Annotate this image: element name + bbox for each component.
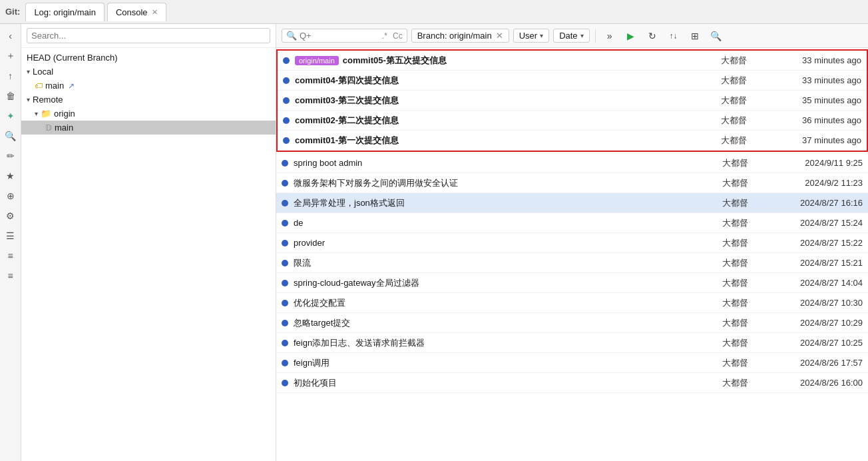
- commit-author: 大都督: [708, 317, 748, 329]
- commit-row-pv[interactable]: provider 大都督 2024/8/27 15:22: [276, 233, 868, 253]
- commit-date: 2024/8/27 10:29: [756, 318, 863, 328]
- commit-msg: feign添加日志、发送请求前拦截器: [294, 337, 708, 349]
- commit-msg: commit02-第二次提交信息: [295, 115, 707, 127]
- commit-dot: [282, 240, 288, 246]
- file-icon[interactable]: ☰: [1, 227, 20, 245]
- tree-item-main-local[interactable]: 🏷 main ↗: [21, 79, 276, 93]
- tree-item-head[interactable]: HEAD (Current Branch): [21, 51, 276, 65]
- collapse-icon[interactable]: ‹: [1, 27, 20, 45]
- commit-row-ms[interactable]: 微服务架构下对服务之间的调用做安全认证 大都督 2024/9/2 11:23: [276, 173, 868, 193]
- commit-row-ge[interactable]: 全局异常处理，json格式返回 大都督 2024/8/27 16:16: [276, 193, 868, 213]
- commit-row-c04[interactable]: commit04-第四次提交信息 大都督 33 minutes ago: [278, 71, 867, 91]
- commit-author: 大都督: [708, 357, 748, 369]
- commit-msg: 全局异常处理，json格式返回: [294, 197, 708, 209]
- commit-row-sba[interactable]: spring boot admin 大都督 2024/9/11 9:25: [276, 153, 868, 173]
- tree-item-local[interactable]: ▾ Local: [21, 65, 276, 79]
- commit-author: 大都督: [708, 217, 748, 229]
- commit-author: 大都督: [708, 377, 748, 389]
- tab-console-close[interactable]: ✕: [152, 8, 158, 17]
- run-btn[interactable]: ▶: [622, 27, 640, 45]
- commit-row-cs[interactable]: 初始化项目 大都督 2024/8/26 16:00: [276, 373, 868, 393]
- commit-row-de[interactable]: de 大都督 2024/8/27 15:24: [276, 213, 868, 233]
- commit-author: 大都督: [707, 135, 747, 147]
- search-btn[interactable]: 🔍: [708, 27, 725, 45]
- commit-dot: [283, 137, 290, 144]
- commit-dot: [283, 117, 290, 124]
- tab-log[interactable]: Log: origin/main: [25, 3, 105, 21]
- commit-row-ot[interactable]: 优化提交配置 大都督 2024/8/27 10:30: [276, 293, 868, 313]
- git-label: Git:: [5, 7, 20, 17]
- remote-branch-icon: 𝔻: [45, 123, 52, 133]
- star-icon[interactable]: ★: [1, 167, 20, 185]
- commit-date: 2024/8/26 17:57: [756, 358, 863, 368]
- commit-row-ht[interactable]: 忽略target提交 大都督 2024/8/27 10:29: [276, 313, 868, 333]
- search-icon[interactable]: 🔍: [1, 127, 20, 145]
- commit-search-input[interactable]: [300, 31, 379, 41]
- more-btn[interactable]: »: [601, 27, 618, 45]
- left-search-bar: [21, 24, 276, 48]
- left-search-input[interactable]: [27, 28, 270, 43]
- tab-console-label: Console: [116, 7, 148, 17]
- commit-row-c02[interactable]: commit02-第二次提交信息 大都督 36 minutes ago: [278, 111, 867, 131]
- add-icon[interactable]: ＋: [1, 47, 20, 65]
- local-label: Local: [33, 67, 53, 77]
- commit-dot: [282, 340, 288, 346]
- commit-row-fy[interactable]: feign调用 大都督 2024/8/26 17:57: [276, 353, 868, 373]
- commit-msg: feign调用: [294, 357, 708, 369]
- commit-row-c01[interactable]: commit01-第一次提交信息 大都督 37 minutes ago: [278, 131, 867, 151]
- delete-icon[interactable]: 🗑: [1, 87, 20, 105]
- remote-label: Remote: [33, 95, 63, 105]
- plus-circle-icon[interactable]: ⊕: [1, 187, 20, 205]
- commit-date: 37 minutes ago: [755, 135, 861, 145]
- commit-dot: [282, 380, 288, 386]
- branch-filter[interactable]: Branch: origin/main ✕: [411, 29, 509, 43]
- fetch-btn[interactable]: ↑↓: [665, 27, 682, 45]
- user-chevron-icon: ▾: [540, 32, 543, 39]
- tree-item-remote[interactable]: ▾ Remote: [21, 93, 276, 107]
- commit-date: 33 minutes ago: [755, 75, 861, 85]
- date-chevron-icon: ▾: [580, 32, 584, 39]
- tab-console[interactable]: Console ✕: [107, 3, 166, 21]
- edit-icon[interactable]: ✏: [1, 147, 20, 165]
- tree-item-main-remote[interactable]: 𝔻 main: [21, 121, 276, 135]
- commit-row-fj[interactable]: feign添加日志、发送请求前拦截器 大都督 2024/8/27 10:25: [276, 333, 868, 353]
- list2-icon[interactable]: ≡: [1, 266, 20, 285]
- commit-row-c05[interactable]: origin/main commit05-第五次提交信息 大都督 33 minu…: [278, 51, 867, 71]
- main-remote-label: main: [55, 123, 73, 133]
- commit-author: 大都督: [708, 337, 748, 349]
- regex-icon[interactable]: .*: [382, 31, 387, 41]
- merge-icon[interactable]: ✦: [1, 107, 20, 125]
- user-filter[interactable]: User ▾: [513, 29, 549, 43]
- red-outline-group: origin/main commit05-第五次提交信息 大都督 33 minu…: [276, 49, 868, 152]
- list1-icon[interactable]: ≡: [1, 246, 20, 265]
- branch-filter-clear[interactable]: ✕: [496, 31, 503, 41]
- layout-btn[interactable]: ⊞: [686, 27, 704, 45]
- date-filter[interactable]: Date ▾: [553, 29, 589, 43]
- push-icon[interactable]: ↑: [1, 67, 20, 85]
- search-q-icon: 🔍: [286, 31, 297, 41]
- separator1: [595, 29, 596, 43]
- refresh-btn[interactable]: ↻: [644, 27, 661, 45]
- commit-msg: commit03-第三次提交信息: [295, 95, 707, 107]
- arrows-icon: ↗: [68, 81, 75, 91]
- commit-date: 2024/8/26 16:00: [756, 378, 863, 388]
- toolbar-search[interactable]: 🔍 .* Cc: [282, 29, 407, 43]
- branch-tree: HEAD (Current Branch) ▾ Local 🏷 main ↗ ▾…: [21, 48, 276, 461]
- commit-dot: [282, 300, 288, 306]
- commit-dot: [282, 360, 288, 366]
- commit-date: 2024/8/27 10:25: [756, 338, 863, 348]
- case-icon[interactable]: Cc: [393, 31, 403, 41]
- commit-row-gw[interactable]: spring-cloud-gateway全局过滤器 大都督 2024/8/27 …: [276, 273, 868, 293]
- settings-icon[interactable]: ⚙: [1, 207, 20, 225]
- commit-date: 33 minutes ago: [755, 55, 861, 65]
- commit-author: 大都督: [708, 257, 748, 269]
- commit-row-c03[interactable]: commit03-第三次提交信息 大都督 35 minutes ago: [278, 91, 867, 111]
- commit-date: 2024/8/27 15:21: [756, 258, 863, 268]
- commit-author: 大都督: [708, 177, 748, 189]
- commit-dot: [282, 160, 288, 167]
- tree-item-origin[interactable]: ▾ 📁 origin: [21, 107, 276, 121]
- commit-msg: provider: [294, 238, 708, 248]
- commit-row-xl[interactable]: 限流 大都督 2024/8/27 15:21: [276, 253, 868, 273]
- commit-dot: [282, 280, 288, 286]
- commit-author: 大都督: [707, 115, 747, 127]
